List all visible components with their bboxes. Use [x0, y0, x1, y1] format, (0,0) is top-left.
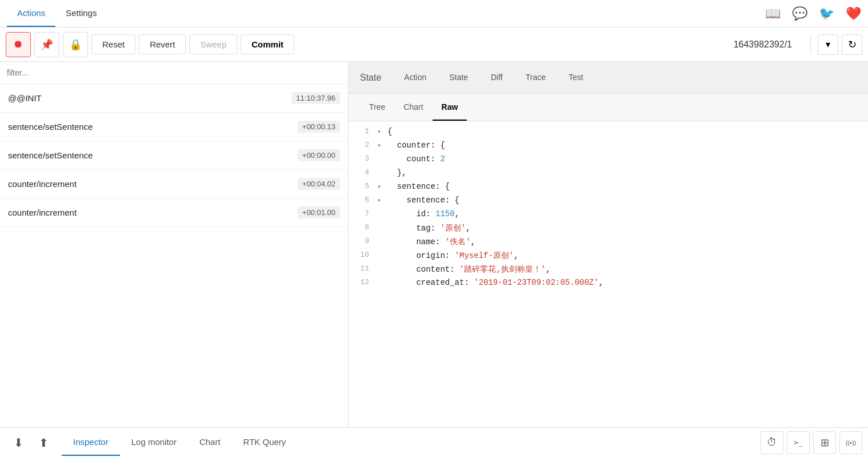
- line-content: id: 1150,: [387, 208, 459, 218]
- code-line: 6 ▾ sentence: {: [349, 194, 868, 208]
- heart-icon[interactable]: ❤️: [846, 6, 861, 21]
- code-text: sentence: {: [387, 182, 450, 191]
- collapse-arrow: ▾: [377, 236, 387, 246]
- collapse-arrow[interactable]: ▾: [377, 181, 387, 191]
- filter-input[interactable]: [7, 68, 341, 77]
- view-tab-tree[interactable]: Tree: [360, 94, 394, 121]
- line-number: 7: [349, 208, 377, 218]
- toolbar-dropdown[interactable]: ▾: [818, 34, 838, 55]
- code-text: ,: [455, 209, 459, 218]
- tab-state[interactable]: State: [438, 62, 479, 93]
- console-button[interactable]: >_: [787, 431, 810, 454]
- code-text: ,: [471, 237, 475, 247]
- lock-button[interactable]: 🔒: [63, 32, 88, 57]
- twitter-icon[interactable]: 🐦: [819, 6, 834, 21]
- action-time: +00:04.02: [298, 178, 340, 190]
- action-item[interactable]: sentence/setSentence +00:00.00: [0, 141, 348, 170]
- book-icon[interactable]: 📖: [765, 6, 781, 21]
- code-text: counter: {: [387, 141, 445, 150]
- action-item[interactable]: counter/increment +00:04.02: [0, 170, 348, 198]
- action-name: counter/increment: [8, 208, 77, 217]
- signal-icon: ((•)): [846, 439, 857, 446]
- bottom-tab-inspector[interactable]: Inspector: [62, 429, 120, 456]
- string-value: '原创': [440, 224, 466, 233]
- grid-button[interactable]: ⊞: [813, 431, 836, 454]
- timer-button[interactable]: ⏱: [761, 431, 783, 454]
- nav-tab-actions[interactable]: Actions: [7, 0, 55, 27]
- code-text: },: [387, 168, 407, 177]
- timer-icon: ⏱: [767, 436, 777, 448]
- action-item[interactable]: counter/increment +00:01.00: [0, 198, 348, 227]
- collapse-arrow: ▾: [377, 222, 387, 232]
- line-content: counter: {: [387, 140, 445, 150]
- bottom-tab-chart[interactable]: Chart: [188, 429, 232, 456]
- string-value: '踏碎零花,执剑称皇！': [459, 265, 546, 274]
- tab-trace[interactable]: Trace: [514, 62, 557, 93]
- top-nav: Actions Settings 📖 💬 🐦 ❤️: [0, 0, 868, 27]
- console-icon: >_: [794, 438, 803, 447]
- top-nav-icons: 📖 💬 🐦 ❤️: [765, 6, 861, 21]
- string-value: 'Myself-原创': [455, 251, 514, 260]
- download-button[interactable]: ⬇: [6, 430, 31, 455]
- code-line: 2 ▾ counter: {: [349, 140, 868, 153]
- toolbar-refresh[interactable]: ↻: [842, 34, 862, 55]
- collapse-arrow: ▾: [377, 208, 387, 218]
- collapse-arrow[interactable]: ▾: [377, 126, 387, 136]
- line-content: name: '佚名',: [387, 236, 475, 247]
- view-tabs: Tree Chart Raw: [349, 94, 868, 121]
- record-icon: ⏺: [13, 38, 23, 50]
- revert-button[interactable]: Revert: [139, 34, 186, 54]
- action-item[interactable]: sentence/setSentence +00:00.13: [0, 113, 348, 141]
- line-number: 3: [349, 153, 377, 163]
- signal-button[interactable]: ((•)): [839, 431, 862, 454]
- collapse-arrow: ▾: [377, 277, 387, 287]
- string-value: '佚名': [445, 237, 471, 247]
- action-name: sentence/setSentence: [8, 122, 93, 132]
- comment-icon[interactable]: 💬: [792, 6, 807, 21]
- collapse-arrow[interactable]: ▾: [377, 194, 387, 205]
- line-content: origin: 'Myself-原创',: [387, 249, 519, 261]
- reset-button[interactable]: Reset: [91, 34, 135, 54]
- code-text: ,: [466, 224, 470, 233]
- bottom-tab-log-monitor[interactable]: Log monitor: [120, 429, 188, 456]
- commit-button[interactable]: Commit: [241, 34, 294, 54]
- right-header: State Action State Diff Trace Test: [349, 62, 868, 94]
- line-content: tag: '原创',: [387, 222, 471, 233]
- code-text: count:: [387, 154, 440, 164]
- pin-icon: 📌: [41, 38, 53, 51]
- bottom-right-buttons: ⏱ >_ ⊞ ((•)): [761, 431, 862, 454]
- tab-test[interactable]: Test: [557, 62, 595, 93]
- number-value: 1150: [435, 209, 455, 218]
- tab-action[interactable]: Action: [393, 62, 438, 93]
- collapse-arrow[interactable]: ▾: [377, 140, 387, 150]
- filter-bar: [0, 62, 348, 84]
- line-number: 11: [349, 263, 377, 273]
- sweep-button[interactable]: Sweep: [189, 34, 237, 54]
- action-item[interactable]: @@INIT 11:10:37.96: [0, 84, 348, 113]
- code-text: tag:: [387, 224, 440, 233]
- pin-button[interactable]: 📌: [34, 32, 59, 57]
- bottom-tab-rtk-query[interactable]: RTK Query: [232, 429, 298, 456]
- right-panel-label: State: [360, 73, 381, 83]
- view-tab-raw[interactable]: Raw: [433, 94, 467, 121]
- code-line: 8 ▾ tag: '原创',: [349, 222, 868, 236]
- download-icon: ⬇: [14, 436, 23, 450]
- code-line: 11 ▾ content: '踏碎零花,执剑称皇！',: [349, 263, 868, 277]
- line-content: sentence: {: [387, 181, 450, 191]
- upload-button[interactable]: ⬆: [31, 430, 56, 455]
- view-tab-chart[interactable]: Chart: [394, 94, 432, 121]
- grid-icon: ⊞: [821, 436, 829, 449]
- line-content: count: 2: [387, 153, 445, 164]
- line-number: 4: [349, 167, 377, 177]
- line-content: {: [387, 126, 392, 136]
- action-name: sentence/setSentence: [8, 150, 93, 160]
- action-time: +00:00.13: [298, 121, 340, 133]
- nav-tab-settings[interactable]: Settings: [55, 0, 107, 27]
- line-number: 9: [349, 236, 377, 245]
- lock-icon: 🔒: [69, 38, 82, 51]
- code-line: 10 ▾ origin: 'Myself-原创',: [349, 249, 868, 263]
- session-id: 1643982392/1: [722, 39, 803, 50]
- line-number: 12: [349, 277, 377, 287]
- record-button[interactable]: ⏺: [6, 32, 31, 57]
- tab-diff[interactable]: Diff: [479, 62, 514, 93]
